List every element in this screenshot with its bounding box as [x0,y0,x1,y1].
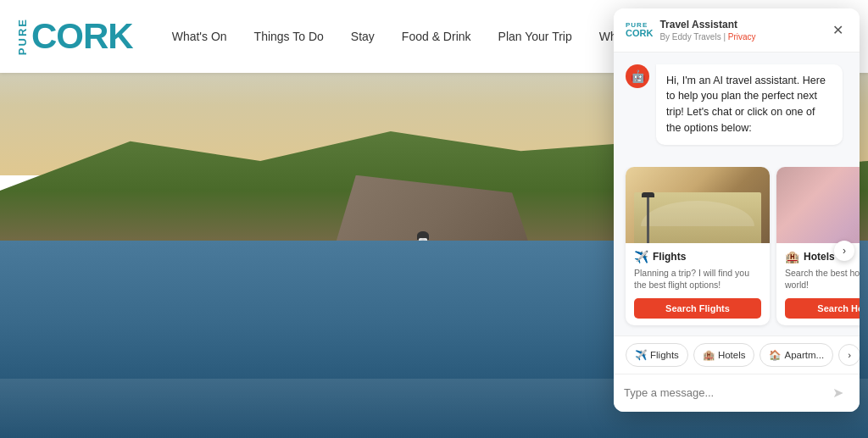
chat-header-left: PURE CORK Travel Assistant By Eddy Trave… [626,19,756,42]
airport-bg [626,167,770,243]
logo-rk: RK [83,16,133,56]
hotels-card-desc: Search the best hotels in the world! [785,267,860,291]
apartments-quick-reply[interactable]: 🏠 Apartm... [760,343,833,367]
apartments-qr-icon: 🏠 [769,349,781,361]
lamp-post [647,192,649,243]
flights-quick-reply[interactable]: ✈️ Flights [626,343,688,367]
chat-logo-co: CO [626,28,640,38]
nav-stay[interactable]: Stay [337,30,388,43]
chat-logo-rk: RK [640,28,654,38]
chat-close-button[interactable]: ✕ [827,19,848,40]
nav-whats-on[interactable]: What's On [159,30,241,43]
cards-next-button[interactable]: › [834,241,854,261]
chat-messages-area: 🤖 Hi, I'm an AI travel assistant. Here t… [614,53,860,167]
flights-title-row: ✈️ Flights [634,250,761,263]
flights-card: ✈️ Flights Planning a trip? I will find … [626,167,770,325]
chat-logo: PURE CORK [626,22,653,38]
nav-plan-your-trip[interactable]: Plan Your Trip [485,30,586,43]
flights-card-image [626,167,770,243]
bot-bubble: Hi, I'm an AI travel assistant. Here to … [656,64,843,145]
chat-logo-cork: CORK [626,29,653,38]
chat-input-row: ➤ [614,374,860,412]
logo-pure-text: PURE [17,18,28,55]
chat-by: By Eddy Travels [659,32,721,42]
chat-message-input[interactable] [624,386,819,399]
nav-things-to-do[interactable]: Things To Do [241,30,337,43]
lamp-head [642,192,654,197]
hotels-card-title: Hotels [804,251,835,263]
hotels-card-image [776,167,860,243]
site-logo: PURE CORK [17,18,133,55]
nav-food-drink[interactable]: Food & Drink [388,30,485,43]
bot-message-text: Hi, I'm an AI travel assistant. Here to … [666,75,826,134]
more-quick-reply[interactable]: › [838,344,860,366]
hotels-qr-icon: 🏨 [703,349,715,361]
flights-qr-icon: ✈️ [635,349,647,361]
chat-title: Travel Assistant [659,19,755,32]
flights-card-title: Flights [653,251,686,263]
chat-panel: PURE CORK Travel Assistant By Eddy Trave… [614,8,860,412]
logo-cork-text: CORK [31,19,133,54]
flights-card-icon: ✈️ [634,250,648,263]
main-nav: What's On Things To Do Stay Food & Drink… [159,30,670,43]
apartments-qr-label: Apartm... [784,350,824,360]
bot-message-row: 🤖 Hi, I'm an AI travel assistant. Here t… [626,64,848,145]
airport-building [634,192,761,243]
cards-row: ✈️ Flights Planning a trip? I will find … [614,167,860,335]
flights-card-content: ✈️ Flights Planning a trip? I will find … [626,243,770,325]
chat-header: PURE CORK Travel Assistant By Eddy Trave… [614,8,860,53]
search-hotels-button[interactable]: Search Hotels [785,298,860,319]
bot-avatar: 🤖 [626,64,649,88]
hotels-qr-label: Hotels [718,350,746,360]
chat-subtitle: By Eddy Travels | Privacy [659,32,755,42]
logo-co: CO [31,16,83,56]
chat-title-block: Travel Assistant By Eddy Travels | Priva… [659,19,755,42]
hotels-quick-reply[interactable]: 🏨 Hotels [693,343,755,367]
send-button[interactable]: ➤ [826,381,849,405]
hotels-card-icon: 🏨 [785,250,799,263]
flights-card-desc: Planning a trip? I will find you the bes… [634,267,761,291]
hotel-bg [776,167,860,243]
quick-replies-row: ✈️ Flights 🏨 Hotels 🏠 Apartm... › [614,335,860,374]
flights-qr-label: Flights [650,350,679,360]
search-flights-button[interactable]: Search Flights [634,298,761,319]
chat-privacy: Privacy [728,32,756,42]
airport-curve [641,201,754,226]
